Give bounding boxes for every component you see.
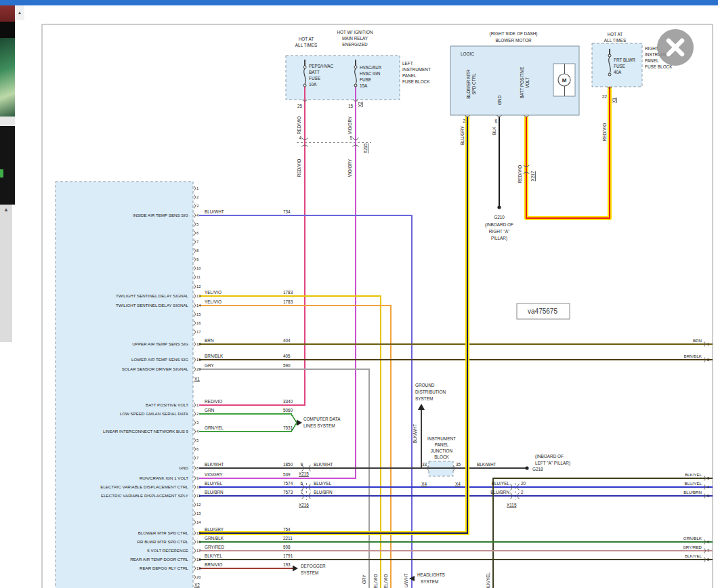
diagram-label: 1850 (283, 462, 293, 467)
diagram-label: 22 (602, 94, 608, 99)
hvac-x1-connector-pin-number: 14 (196, 303, 201, 308)
connector-x1-label: X1 (194, 377, 200, 381)
diagram-label: MAIN RELAY (342, 36, 368, 41)
diagram-label: ALL TIMES (604, 38, 626, 43)
diagram-label: LINES SYSTEM (303, 423, 335, 428)
hvac-x2-connector-pin-number: 11 (196, 494, 200, 498)
diagram-label: YEL/VIO (373, 574, 378, 588)
hvac-x2-connector-pin-number: 17 (196, 549, 200, 553)
diagram-label: GRN/BLK (205, 536, 224, 541)
diagram-label: (INBOARD OF (535, 454, 564, 459)
fuse-hvac-aux-ign-15a-bottom-terminal (354, 84, 357, 87)
hvac-x1-connector-pin-number: 16 (196, 321, 200, 325)
ip-junction-block-box (429, 461, 453, 476)
diagram-label: RED/VIO (205, 399, 222, 404)
diagram-label: 539 (283, 472, 291, 477)
diagram-label: 1791 (283, 553, 293, 558)
diagram-label: BLK/WHT (477, 462, 497, 467)
diagram-label: G218 (532, 467, 543, 471)
diagram-label: RED/VIO (518, 165, 522, 183)
diagram-label: GRN/YEL (205, 425, 224, 430)
diagram-label: ELECTRIC VARIABLE DISPLACEMENT CTRL (100, 484, 188, 489)
diagram-label: 15A (360, 83, 368, 88)
diagram-label: BLU/WHT (205, 209, 224, 214)
hvac-x1-connector-pin-number: 18 (196, 342, 200, 346)
hvac-x2-connector-pin-number: 7 (196, 456, 198, 460)
diagram-label: 35 (456, 462, 461, 467)
diagram-label: HVAC/AUX (360, 65, 382, 70)
diagram-label: DISTRIBUTION (415, 390, 446, 394)
right-edge-connector-pin-number: 7 (707, 549, 709, 553)
diagram-label: GND (497, 96, 502, 106)
diagram-label: YEL/VIO (383, 574, 388, 588)
diagram-label: (INBOARD OF (485, 222, 513, 228)
diagram-label: COMPUTER DATA (303, 417, 341, 421)
hvac-x2-connector-pin-number: 2 (196, 412, 198, 416)
diagram-label: SOLAR SENSOR DRIVER SIGNAL (122, 366, 189, 371)
diagram-label: BLK (492, 126, 497, 135)
diagram-label: HEADLIGHTS (417, 572, 445, 577)
diagram-label: BLK/WHT (205, 462, 224, 467)
diagram-label: RIGHT (645, 46, 658, 51)
hvac-x1-connector-pin-number: 19 (196, 358, 200, 362)
diagram-label: BLOCK (434, 455, 449, 459)
screen: ▲ ▲ 123456789101112131415161718192012345… (0, 0, 718, 588)
left-ip-fuse-block-box (286, 56, 400, 100)
hvac-x1-connector-pin-number: 2 (196, 195, 198, 199)
hvac-x2-connector-pin-number: 10 (196, 485, 200, 489)
diagram-label: BLK/YEL (685, 472, 702, 477)
diagram-label: BRN (693, 338, 702, 343)
diagram-label: GROUND (415, 383, 435, 387)
diagram-label: ALL TIMES (295, 43, 317, 47)
hvac-x2-connector-pin-number: 18 (196, 558, 200, 562)
fuse-frt-blwr-40a-top-terminal (608, 54, 611, 57)
diagram-label: 1783 (283, 290, 293, 295)
diagram-label: BLU/GRY (205, 527, 224, 532)
diagram-label: X1 (612, 98, 616, 103)
diagram-label: BATT POSITIVE (520, 67, 524, 99)
diagram-label: 2 (463, 119, 465, 123)
diagram-label: RED/VIO (602, 123, 607, 141)
right-edge-connector-pin-number: 3 (707, 476, 709, 480)
diagram-label: 7573 (283, 490, 293, 495)
diagram-label: GRN (205, 408, 215, 413)
diagram-label: BLOWER MOTOR (495, 38, 532, 43)
diagram-label: 1783 (283, 299, 293, 304)
hvac-x1-connector-pin-number: 8 (196, 249, 198, 253)
diagram-label: RR BLWR MTR SPD CTRL (137, 539, 188, 544)
diagram-label: LINEAR INTERCONNECT NETWORK BUS 9 (103, 429, 189, 434)
hvac-x1-connector-pin-number: 17 (196, 330, 200, 334)
hvac-x2-connector-pin-number: 6 (196, 447, 198, 451)
diagram-label: X217 (530, 171, 535, 181)
diagram-label: BRN (205, 338, 214, 343)
diagram-label: 3340 (283, 399, 293, 404)
diagram-label: PANEL (435, 442, 449, 447)
diagram-label: TWILIGHT SENTINEL DELAY SIGNAL (116, 293, 189, 298)
hvac-x1-connector-pin-number: 7 (196, 240, 198, 244)
diagram-label: DEFOGGER (301, 564, 326, 568)
diagram-label: LOGIC (461, 51, 474, 56)
diagram-label: BLU/YEL (492, 481, 510, 486)
diagram-label: FUSE BLOCK (402, 79, 430, 84)
diagram-label: X215 (299, 471, 309, 476)
diagram-label: 404 (283, 338, 291, 343)
diagram-label: GRY (362, 574, 366, 583)
diagram-label: GND (179, 465, 188, 470)
ground-g210-dot (497, 205, 501, 209)
diagram-label: X4 (421, 482, 427, 486)
fuse-peps-hvac-batt-10a-top-terminal (303, 66, 306, 68)
diagram-label: BATT (309, 70, 320, 75)
hvac-control-module-connector-box (56, 182, 193, 588)
diagram-label: SYSTEM (421, 579, 438, 584)
close-button[interactable] (657, 29, 694, 66)
hvac-x1-connector-pin-number: 1 (196, 186, 198, 190)
diagram-label: LEFT "A" PILLAR) (535, 461, 570, 466)
diagram-label: 5 (350, 135, 352, 140)
diagram-label: LOW SPEED GMLAN SERIAL DATA (120, 411, 189, 416)
wiring-diagram-canvas[interactable]: 1234567891011121314151617181920123456789… (0, 0, 718, 588)
hvac-x2-connector-pin-number: 16 (196, 540, 200, 544)
diagram-label: VOLT (525, 77, 530, 88)
diagram-label: ENERGIZED (342, 42, 368, 47)
diagram-label: ELECTRIC VARIABLE DISPLACEMENT SPLY (101, 493, 188, 498)
diagram-label: X4 (455, 482, 461, 486)
